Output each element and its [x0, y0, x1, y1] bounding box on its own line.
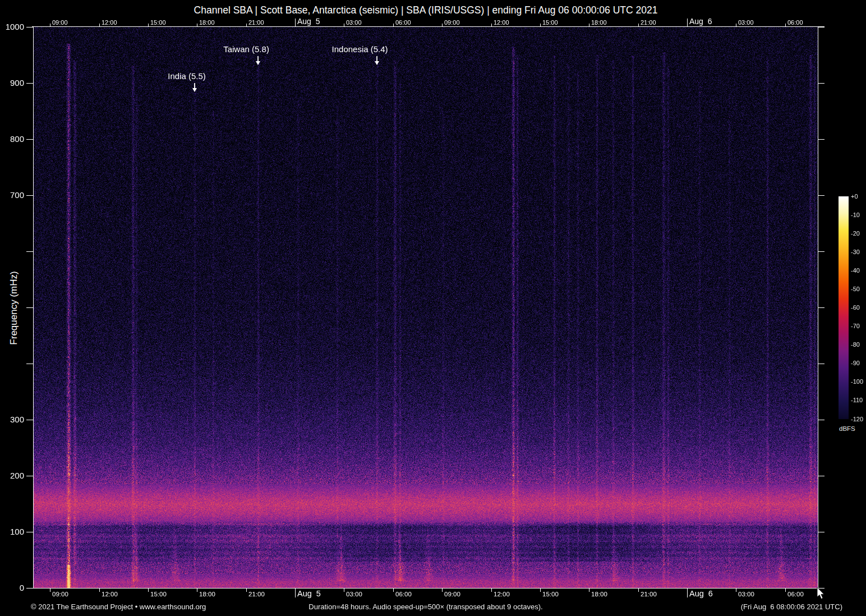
x-tick-label-top: 09:00 — [444, 19, 460, 26]
x-tick-label-top: 09:00 — [52, 19, 68, 26]
y-tick-label: 800 — [0, 134, 24, 144]
x-tick-label-top: 15:00 — [150, 19, 166, 26]
y-tick — [26, 195, 33, 196]
colorbar-tick-label: -80 — [851, 341, 860, 348]
y-tick-right — [818, 251, 824, 252]
annotation-label-2: Taiwan (5.8) — [223, 44, 269, 54]
x-tick-bottom — [50, 589, 50, 592]
x-tick-bottom — [589, 589, 589, 592]
colorbar-tick-label: -30 — [851, 249, 860, 255]
x-tick-top — [491, 24, 492, 26]
x-tick-top — [148, 24, 149, 26]
y-tick-right — [818, 476, 824, 476]
x-tick-bottom — [540, 589, 541, 592]
x-tick-label-top: 03:00 — [346, 19, 362, 26]
x-tick-top — [99, 24, 100, 26]
x-tick-label-top: Aug 5 — [297, 17, 320, 26]
y-tick — [26, 420, 33, 420]
colorbar-tick-label: -70 — [851, 323, 860, 329]
y-tick — [26, 27, 33, 27]
y-tick-right — [818, 195, 824, 196]
x-tick-bottom — [736, 589, 736, 592]
colorbar-tick-label: -50 — [851, 286, 860, 292]
colorbar-tick-label: -110 — [851, 397, 863, 403]
y-tick-right — [818, 364, 824, 364]
x-tick-top — [687, 19, 688, 26]
x-tick-label-bottom: 18:00 — [591, 591, 607, 597]
x-tick-label-bottom: 06:00 — [787, 591, 804, 597]
top-axis-line — [32, 26, 824, 27]
y-tick-label: 200 — [0, 471, 24, 480]
x-tick-label-top: Aug 6 — [689, 17, 712, 26]
x-tick-top — [197, 24, 197, 26]
axes-overlay: 09:0009:0012:0012:0015:0015:0018:0018:00… — [0, 0, 866, 616]
annotation-label-3: Indonesia (5.4) — [332, 44, 388, 54]
x-tick-bottom — [491, 589, 492, 592]
x-tick-label-bottom: 12:00 — [494, 591, 510, 597]
x-tick-bottom — [99, 589, 100, 592]
y-tick — [26, 532, 33, 532]
colorbar-tick-label: -100 — [851, 378, 863, 385]
x-tick-bottom — [393, 589, 394, 592]
y-tick — [26, 251, 33, 252]
y-tick — [26, 139, 33, 140]
y-tick-label: 900 — [0, 78, 24, 88]
x-tick-top — [540, 24, 541, 26]
x-tick-label-bottom: 03:00 — [738, 591, 754, 597]
y-tick — [26, 588, 33, 589]
y-tick-right — [818, 139, 824, 140]
x-tick-top — [344, 24, 344, 26]
x-tick-bottom — [687, 589, 688, 597]
annotation-arrow-icon — [374, 56, 380, 66]
y-tick — [26, 476, 33, 476]
colorbar-tick-label: +0 — [851, 193, 858, 200]
x-tick-label-top: 21:00 — [248, 19, 264, 26]
x-tick-label-top: 21:00 — [641, 19, 656, 26]
x-tick-label-bottom: 03:00 — [346, 591, 362, 597]
x-tick-label-bottom: 18:00 — [199, 591, 215, 597]
x-tick-bottom — [246, 589, 247, 592]
x-tick-bottom — [638, 589, 639, 592]
y-tick-label: 100 — [0, 527, 24, 536]
x-tick-label-top: 18:00 — [591, 19, 607, 26]
y-tick — [26, 83, 33, 84]
x-tick-top — [589, 24, 589, 26]
x-tick-label-top: 15:00 — [542, 19, 558, 26]
y-tick — [26, 364, 33, 364]
x-tick-top — [442, 24, 443, 26]
x-tick-top — [246, 24, 247, 26]
colorbar-tick-label: -60 — [851, 304, 860, 311]
x-tick-label-top: 06:00 — [787, 19, 803, 26]
y-tick-label: 700 — [0, 190, 24, 200]
x-tick-label-top: 03:00 — [738, 19, 754, 26]
spectrogram-page: Channel SBA | Scott Base, Antarctica (se… — [0, 0, 866, 616]
x-tick-label-top: 06:00 — [395, 19, 411, 26]
y-tick — [26, 307, 33, 308]
x-tick-label-top: 12:00 — [102, 19, 117, 26]
x-tick-top — [638, 24, 639, 26]
x-tick-top — [50, 24, 50, 26]
x-tick-bottom — [148, 589, 149, 592]
x-tick-top — [736, 24, 736, 26]
y-tick-right — [818, 307, 824, 308]
x-tick-bottom — [344, 589, 344, 592]
x-tick-label-bottom: 09:00 — [444, 591, 460, 597]
x-tick-label-top: 12:00 — [494, 19, 509, 26]
x-tick-label-bottom: 12:00 — [102, 591, 118, 597]
annotation-arrow-icon — [191, 83, 198, 93]
x-tick-top — [295, 19, 296, 26]
footer-end-time: (Fri Aug 6 08:00:06 2021 UTC) — [741, 603, 842, 611]
x-tick-label-top: 18:00 — [199, 19, 215, 26]
x-tick-bottom — [197, 589, 197, 592]
x-tick-label-bottom: 21:00 — [248, 591, 265, 597]
x-tick-label-bottom: 15:00 — [542, 591, 559, 597]
colorbar-tick-label: -90 — [851, 360, 860, 366]
y-tick-label: 300 — [0, 415, 24, 424]
y-tick-right — [818, 27, 824, 27]
x-tick-bottom — [785, 589, 786, 592]
colorbar-tick-label: -120 — [851, 416, 863, 422]
colorbar-tick-label: -10 — [851, 212, 860, 218]
y-axis-line — [33, 26, 34, 589]
mouse-pointer-icon — [816, 587, 825, 601]
x-tick-label-bottom: Aug 6 — [689, 589, 713, 598]
